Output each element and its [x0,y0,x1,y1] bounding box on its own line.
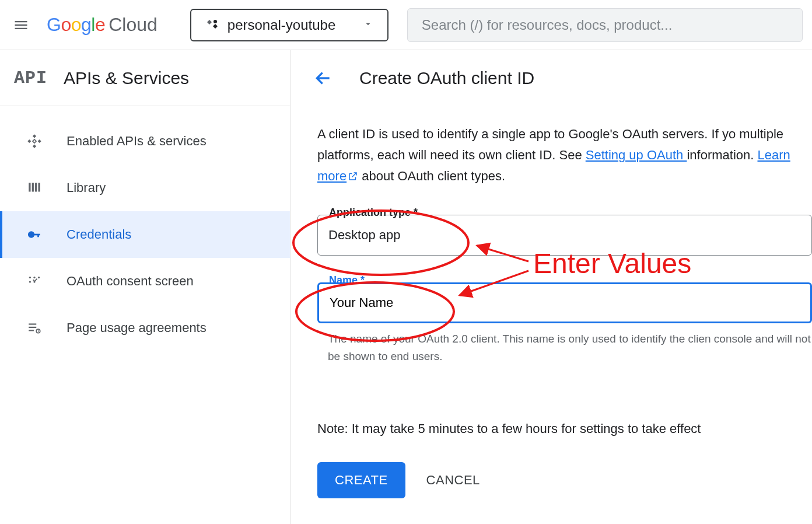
svg-point-15 [29,277,31,278]
link-setting-up-oauth[interactable]: Setting up OAuth [586,148,687,162]
main-content: Create OAuth client ID A client ID is us… [290,50,812,524]
svg-rect-3 [33,134,36,138]
name-helper-text: The name of your OAuth 2.0 client. This … [317,330,812,365]
gcp-logo[interactable]: Google Cloud [47,14,158,36]
library-icon [26,180,43,195]
nav-label: Enabled APIs & services [66,134,206,149]
project-name: personal-youtube [228,17,355,33]
name-input-wrapper [317,282,812,323]
sidebar-item-page-usage[interactable]: Page usage agreements [0,305,290,351]
svg-rect-22 [29,330,34,331]
svg-rect-4 [27,139,31,143]
field-name: Name * The name of your OAuth 2.0 client… [317,282,812,365]
chevron-down-icon [363,19,373,31]
sidebar-nav: Enabled APIs & services Library Credenti… [0,106,290,363]
svg-point-16 [33,277,35,278]
svg-point-2 [214,20,217,23]
svg-point-18 [29,281,31,282]
main-header: Create OAuth client ID [290,50,812,106]
sidebar-item-enabled-apis[interactable]: Enabled APIs & services [0,118,290,165]
page-title: Create OAuth client ID [359,68,534,88]
project-icon [205,18,219,32]
search-box[interactable] [407,8,803,42]
sidebar-header: API APIs & Services [0,50,290,106]
app-header: Google Cloud personal-youtube [0,0,812,50]
form-area: A client ID is used to identify a single… [290,106,812,498]
nav-label: OAuth consent screen [66,274,194,289]
sidebar-item-oauth-consent[interactable]: OAuth consent screen [0,258,290,305]
content: API APIs & Services Enabled APIs & servi… [0,50,812,524]
nav-label: Credentials [66,227,131,242]
svg-rect-20 [29,323,36,324]
description-text: A client ID is used to identify a single… [317,124,812,188]
hamburger-icon [13,17,29,33]
search-input[interactable] [422,17,788,33]
external-link-icon [348,167,358,188]
agreement-icon [26,320,43,336]
nav-label: Library [66,180,106,195]
svg-rect-21 [29,327,36,328]
application-type-value: Desktop app [328,228,401,243]
svg-rect-11 [38,183,40,191]
sidebar-item-library[interactable]: Library [0,165,290,211]
svg-rect-8 [29,183,30,191]
project-selector[interactable]: personal-youtube [190,9,388,41]
svg-rect-10 [35,183,37,191]
key-icon [26,227,43,242]
cancel-button[interactable]: CANCEL [426,473,480,488]
sidebar-title: APIs & Services [64,68,189,88]
application-type-select[interactable]: Desktop app [317,215,812,256]
api-badge-icon: API [14,68,47,88]
svg-rect-5 [38,139,41,143]
sidebar-item-credentials[interactable]: Credentials [0,211,290,258]
svg-point-12 [29,232,34,237]
svg-marker-0 [207,20,212,25]
name-input[interactable] [330,295,800,310]
consent-icon [26,274,43,289]
svg-rect-7 [33,139,36,143]
svg-rect-6 [33,145,36,148]
arrow-left-icon [314,69,332,88]
diamond-grid-icon [26,134,43,149]
hamburger-menu[interactable] [7,11,35,39]
button-row: CREATE CANCEL [317,462,812,498]
sidebar: API APIs & Services Enabled APIs & servi… [0,50,290,524]
note-text: Note: It may take 5 minutes to a few hou… [317,421,812,436]
logo-cloud-word: Cloud [108,14,158,36]
svg-marker-1 [213,24,218,29]
logo-google-word: Google [47,14,105,36]
create-button[interactable]: CREATE [317,462,405,498]
field-application-type: Application type * Desktop app [317,215,812,256]
back-button[interactable] [314,69,332,88]
svg-point-17 [38,277,40,278]
nav-label: Page usage agreements [66,320,206,336]
svg-rect-9 [32,183,34,191]
search-container [407,8,803,42]
